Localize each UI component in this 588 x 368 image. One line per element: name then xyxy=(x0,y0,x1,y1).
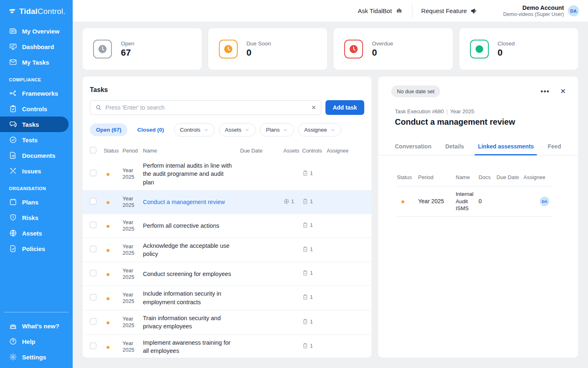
sidebar-item-label: Tests xyxy=(22,137,38,144)
filter-open-tab[interactable]: Open (67) xyxy=(90,123,127,136)
account-menu[interactable]: Demo Account Demo-videos (Super User) DA xyxy=(487,4,588,17)
assessment-docs-count: 0 xyxy=(479,198,497,204)
megaphone-icon xyxy=(470,7,478,15)
row-checkbox[interactable] xyxy=(90,294,96,301)
filter-closed-tab[interactable]: Closed (0) xyxy=(131,123,169,136)
frameworks-icon xyxy=(9,89,17,97)
detail-tabs: ConversationDetailsLinked assessmentsFee… xyxy=(378,143,578,155)
task-name[interactable]: Perform internal audits in line with the… xyxy=(143,162,240,186)
stat-label: Overdue xyxy=(372,40,393,47)
sidebar-item-plans[interactable]: Plans xyxy=(0,194,69,210)
sidebar-item-risks[interactable]: Risks xyxy=(0,210,69,225)
row-checkbox[interactable] xyxy=(90,318,96,325)
task-row[interactable]: Year 2025 Implement awareness training f… xyxy=(82,335,372,358)
task-period: Year 2025 xyxy=(122,195,143,209)
row-checkbox[interactable] xyxy=(90,343,96,349)
sidebar-item-documents[interactable]: Documents xyxy=(0,148,69,163)
account-name: Demo Account xyxy=(503,4,564,11)
row-checkbox[interactable] xyxy=(90,222,96,228)
sidebar-item-label: Frameworks xyxy=(22,90,58,97)
sidebar-item-controls[interactable]: Controls xyxy=(0,101,69,117)
sidebar-item-tasks[interactable]: Tasks xyxy=(0,117,69,132)
column-header-name: Name xyxy=(143,148,240,154)
task-row[interactable]: Year 2025 Include information security i… xyxy=(82,286,372,310)
stat-label: Open xyxy=(121,40,134,47)
column-header-due-date: Due Date xyxy=(240,148,283,154)
sidebar-item-help[interactable]: Help xyxy=(0,334,69,349)
linked-column-header-docs: Docs xyxy=(479,174,497,180)
sidebar-section-compliance: COMPLIANCE xyxy=(0,70,73,85)
task-row[interactable]: Year 2025 Conduct a management review 1 … xyxy=(82,191,372,214)
sidebar-item-policies[interactable]: Policies xyxy=(0,241,69,256)
task-name[interactable]: Acknowledge the acceptable use policy xyxy=(143,242,240,258)
task-row[interactable]: Year 2025 Train information security and… xyxy=(82,310,372,335)
whatsnew-icon xyxy=(9,322,17,330)
task-controls-count: 1 xyxy=(302,170,327,178)
task-table-body: Year 2025 Perform internal audits in lin… xyxy=(82,158,372,358)
task-name[interactable]: Perform all corrective actions xyxy=(143,222,240,230)
tab-conversation[interactable]: Conversation xyxy=(395,143,431,155)
task-search-box[interactable]: ✕ xyxy=(90,100,321,115)
filter-dropdown-controls[interactable]: Controls xyxy=(174,123,215,137)
task-name[interactable]: Conduct screening for employees xyxy=(143,270,240,278)
task-name[interactable]: Train information security and privacy e… xyxy=(143,314,240,331)
sidebar-item-label: My Overview xyxy=(22,28,60,35)
status-dot xyxy=(107,273,109,276)
stat-card-closed: Closed 0 xyxy=(459,28,579,70)
task-name[interactable]: Conduct a management review xyxy=(143,198,240,206)
task-row[interactable]: Year 2025 Perform all corrective actions… xyxy=(82,214,372,238)
linked-assessment-row[interactable]: Year 2025 Internal Audit ISMS 0 DA xyxy=(397,186,552,217)
sidebar-item-settings[interactable]: Settings xyxy=(0,349,69,365)
select-all-checkbox[interactable] xyxy=(90,147,96,153)
tab-feed[interactable]: Feed xyxy=(548,143,561,155)
task-row[interactable]: Year 2025 Acknowledge the acceptable use… xyxy=(82,238,372,263)
account-subtitle: Demo-videos (Super User) xyxy=(503,11,564,17)
tests-icon xyxy=(9,136,17,144)
sidebar-item-my-tasks[interactable]: My Tasks xyxy=(0,54,69,70)
sidebar-item-what-s-new[interactable]: What's new? xyxy=(0,318,69,334)
task-period: Year 2025 xyxy=(122,316,143,329)
tab-details[interactable]: Details xyxy=(445,143,464,155)
user-avatar[interactable]: DA xyxy=(568,5,579,16)
sidebar-item-frameworks[interactable]: Frameworks xyxy=(0,85,69,101)
search-clear-icon[interactable]: ✕ xyxy=(311,105,316,110)
tab-linked-assessments[interactable]: Linked assessments xyxy=(478,143,534,155)
tidalcontrol-logo-icon xyxy=(8,7,16,16)
add-task-button[interactable]: Add task xyxy=(325,100,364,115)
sidebar-item-label: Policies xyxy=(22,245,45,252)
task-period: Year 2025 xyxy=(122,292,143,305)
sidebar-item-label: Assets xyxy=(22,230,42,237)
clipboard-icon xyxy=(302,294,308,300)
status-dot xyxy=(107,249,109,252)
row-checkbox[interactable] xyxy=(90,170,96,176)
filter-dropdown-plans[interactable]: Plans xyxy=(260,123,294,137)
task-filters: Open (67) Closed (0) ControlsAssetsPlans… xyxy=(82,123,372,137)
app-logo[interactable]: TidalControl. xyxy=(0,0,73,23)
stat-value: 0 xyxy=(498,47,515,58)
task-row[interactable]: Year 2025 Conduct screening for employee… xyxy=(82,262,372,286)
task-search-input[interactable] xyxy=(105,104,307,111)
linked-column-header-assignee: Assignee xyxy=(523,174,552,180)
sidebar-item-assets[interactable]: Assets xyxy=(0,225,69,241)
task-row[interactable]: Year 2025 Perform internal audits in lin… xyxy=(82,158,372,191)
request-feature-button[interactable]: Request Feature xyxy=(412,7,487,15)
close-icon[interactable]: ✕ xyxy=(560,88,566,95)
sidebar-item-tests[interactable]: Tests xyxy=(0,132,69,148)
clipboard-icon xyxy=(302,270,308,276)
sidebar-item-issues[interactable]: Issues xyxy=(0,163,69,179)
more-options-icon[interactable]: ••• xyxy=(541,88,550,95)
stat-value: 67 xyxy=(121,47,134,58)
filter-dropdown-assets[interactable]: Assets xyxy=(219,123,256,137)
sidebar-item-dashboard[interactable]: Dashboard xyxy=(0,39,69,54)
sidebar-item-my-overview[interactable]: My Overview xyxy=(0,23,69,39)
filter-dropdown-assignee[interactable]: Assignee xyxy=(298,123,341,137)
row-checkbox[interactable] xyxy=(90,246,96,252)
ask-tidalbot-label: Ask TidalBot xyxy=(358,7,392,14)
row-checkbox[interactable] xyxy=(90,198,96,204)
row-checkbox[interactable] xyxy=(90,270,96,276)
task-name[interactable]: Implement awareness training for all emp… xyxy=(143,339,240,355)
sidebar-item-label: Plans xyxy=(22,199,38,206)
tasks-panel: Tasks ✕ Add task Open (67) Closed (0) Co… xyxy=(82,76,372,358)
ask-tidalbot-button[interactable]: Ask TidalBot xyxy=(349,7,412,15)
task-name[interactable]: Include information security in employme… xyxy=(143,289,240,306)
